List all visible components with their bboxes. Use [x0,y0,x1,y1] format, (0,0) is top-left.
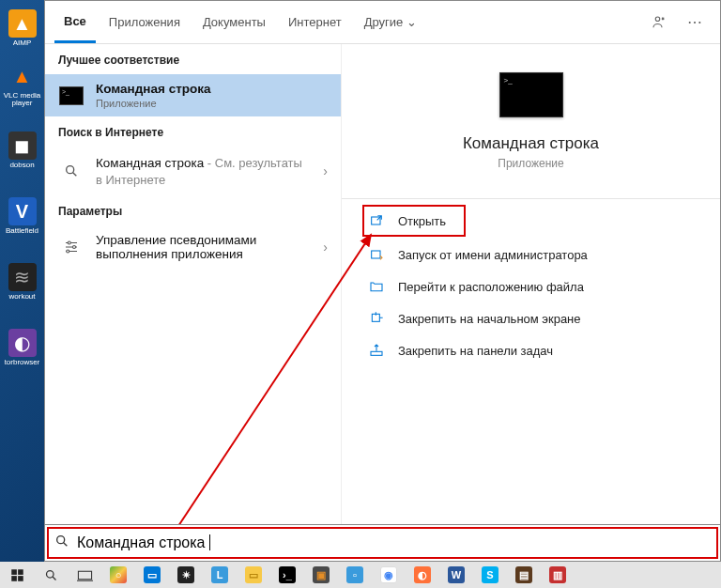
taskbar-app-1[interactable]: ✴ [169,562,203,588]
tab-other[interactable]: Другие ⌄ [355,2,426,43]
result-params[interactable]: Управление псевдонимами выполнения прило… [45,225,341,269]
svg-point-15 [46,570,54,578]
desktop-icon-vlc[interactable]: ▲VLC media player [0,56,44,113]
more-icon[interactable]: ⋯ [679,7,711,39]
search-icon [58,158,84,184]
svg-rect-6 [372,251,380,258]
preview-title: Командная строка [463,134,599,153]
params-header: Параметры [45,195,341,225]
chevron-down-icon: ⌄ [407,15,417,29]
preview-actions: Открыть Запуск от имени администратора П… [342,198,720,366]
chevron-right-icon: › [323,240,328,255]
svg-rect-13 [11,576,17,581]
taskbar-app-skype[interactable]: S [473,562,507,588]
action-open[interactable]: Открыть [362,205,466,237]
svg-point-4 [67,250,69,253]
taskbar-app-word[interactable]: W [439,562,473,588]
start-button[interactable] [0,562,34,588]
taskbar-app-browser[interactable]: ○ [101,562,135,588]
tab-docs[interactable]: Документы [193,2,275,43]
taskbar-app-firefox[interactable]: ◐ [406,562,439,588]
svg-rect-11 [11,569,17,575]
shield-admin-icon [368,246,385,263]
desktop-icon-torbrowser[interactable]: ◐torbrowser [0,319,44,376]
taskbar-app-cmd[interactable]: ›_ [270,562,304,588]
search-icon [54,534,69,552]
taskbar-app-files[interactable]: ▭ [237,562,270,588]
taskbar-app-explorer[interactable]: ▭ [135,562,169,588]
taskbar-app-reader[interactable]: ▫ [338,562,372,588]
open-icon [368,212,385,229]
svg-rect-16 [78,571,91,580]
taskbar-app-2[interactable]: L [203,562,237,588]
taskview-button[interactable] [68,562,101,588]
search-tabs: Все Приложения Документы Интернет Другие… [45,1,720,44]
preview-subtitle: Приложение [498,157,563,170]
pin-taskbar-icon [368,342,385,359]
search-input-text[interactable]: Командная строка [77,534,210,551]
tab-all[interactable]: Все [54,2,96,43]
svg-point-10 [57,536,65,544]
svg-rect-14 [18,576,23,581]
taskbar: ○ ▭ ✴ L ▭ ›_ ▣ ▫ ◉ ◐ W S ▤ ▥ [0,562,721,588]
action-run-admin[interactable]: Запуск от имени администратора [342,239,720,271]
results-list: Лучшее соответствие Командная строка При… [45,44,342,524]
tab-apps[interactable]: Приложения [100,2,190,43]
preview-app-icon [499,72,563,117]
best-match-header: Лучшее соответствие [45,44,341,74]
desktop-icon-battlefield[interactable]: VBattlefield [0,188,44,244]
pin-start-icon [368,310,385,327]
desktop-icon-workout[interactable]: ≋workout [0,254,44,310]
taskbar-app-sublime[interactable]: ▣ [304,562,338,588]
action-pin-taskbar[interactable]: Закрепить на панели задач [342,334,720,366]
result-web[interactable]: Командная строка - См. результаты в Инте… [45,147,341,195]
result-best-match[interactable]: Командная строка Приложение [45,74,341,116]
svg-rect-12 [18,569,23,575]
cmd-icon [58,83,84,109]
svg-point-3 [73,246,76,249]
settings-sliders-icon [58,234,84,260]
svg-point-0 [655,17,660,22]
action-pin-start[interactable]: Закрепить на начальном экране [342,302,720,334]
chevron-right-icon: › [323,163,328,178]
taskbar-app-winrar[interactable]: ▥ [541,562,575,588]
preview-pane: Командная строка Приложение Открыть Запу… [342,44,720,524]
action-open-location[interactable]: Перейти к расположению файла [342,271,720,302]
svg-point-2 [68,241,70,244]
search-bar[interactable]: Командная строка [44,524,721,562]
folder-location-icon [368,278,385,295]
tab-web[interactable]: Интернет [279,2,351,43]
desktop-icon-dobson[interactable]: ◼dobson [0,122,44,178]
taskbar-app-chrome[interactable]: ◉ [372,562,406,588]
web-search-header: Поиск в Интернете [45,116,341,147]
svg-point-1 [67,166,74,174]
feedback-icon[interactable] [643,7,675,39]
search-panel: Все Приложения Документы Интернет Другие… [44,0,721,524]
taskbar-search-button[interactable] [34,562,68,588]
desktop-strip: ▲AIMP ▲VLC media player ◼dobson VBattlef… [0,0,44,562]
svg-rect-8 [371,351,382,355]
taskbar-app-3[interactable]: ▤ [507,562,541,588]
desktop-icon-aimp[interactable]: ▲AIMP [0,0,44,56]
